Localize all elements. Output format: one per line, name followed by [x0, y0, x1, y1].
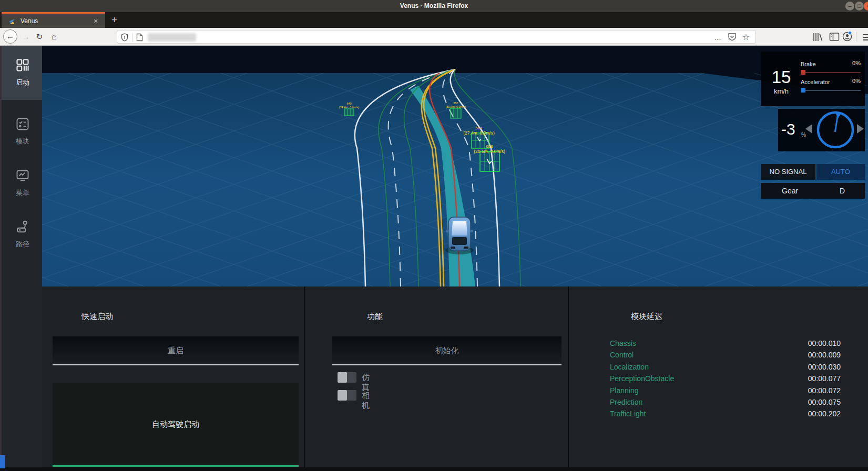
- urlbar-divider: [132, 33, 132, 42]
- svg-text:657: 657: [453, 101, 458, 105]
- module-name: PerceptionObstacle: [610, 374, 674, 383]
- module-name: TrafficLight: [610, 409, 646, 418]
- back-icon[interactable]: ←: [3, 29, 17, 44]
- hud-speed-panel: 15 km/h Brake 0% Accelerator 0%: [761, 52, 865, 106]
- camera-toggle-label: 相机: [362, 391, 370, 411]
- accelerator-label: Accelerator: [801, 79, 830, 85]
- svg-text:661: 661: [475, 126, 483, 130]
- maximize-button[interactable]: □: [855, 2, 864, 11]
- quick-start-panel: 快速启动 重启 自动驾驶启动: [42, 286, 304, 471]
- library-icon[interactable]: [812, 33, 823, 42]
- menu-hamburger-icon[interactable]: [861, 33, 868, 40]
- url-text-redacted: [148, 33, 196, 42]
- hud-signal-row: NO SIGNAL AUTO: [761, 164, 865, 180]
- tab-venus[interactable]: Venus ×: [2, 12, 105, 28]
- module-name: Chassis: [610, 339, 636, 347]
- monitor-chart-icon: [15, 168, 30, 183]
- sidebar-item-route[interactable]: 路径: [2, 208, 44, 262]
- toggle-knob: [338, 390, 347, 401]
- initialize-button[interactable]: 初始化: [332, 336, 561, 365]
- sidebar-item-label: 菜单: [2, 188, 44, 198]
- brake-percent: 0%: [852, 60, 861, 66]
- firefox-window: Venus - Mozilla Firefox – □ × Venus × + …: [0, 0, 868, 471]
- scene-viewport[interactable]: 640 (74.4m, 0.0m/s) 657 (30.9m, 0.0m/s) …: [42, 46, 868, 286]
- bottom-strip: [0, 467, 868, 471]
- url-bar[interactable]: … ☆: [117, 30, 756, 44]
- page-info-icon[interactable]: [136, 33, 143, 42]
- module-delay-panel: 模块延迟 Chassis 00:00.010 Control 00:00.009…: [569, 286, 868, 471]
- module-name: Localization: [610, 363, 649, 371]
- module-time: 00:00.010: [808, 339, 841, 347]
- simulation-toggle-label: 仿真: [362, 373, 370, 393]
- module-time: 00:00.030: [808, 363, 841, 371]
- auto-drive-start-button[interactable]: 自动驾驶启动: [53, 383, 299, 467]
- sidebar-item-label: 模块: [2, 137, 44, 146]
- home-icon[interactable]: ⌂: [48, 32, 60, 42]
- new-tab-button[interactable]: +: [111, 14, 117, 26]
- svg-text:640: 640: [346, 102, 351, 105]
- joystick-icon: [15, 220, 30, 234]
- shield-permissions-icon[interactable]: [121, 33, 128, 42]
- tab-bar: Venus × +: [0, 12, 868, 28]
- reload-icon[interactable]: ↻: [34, 32, 45, 42]
- module-time: 00:00.075: [808, 398, 841, 406]
- module-time: 00:00.202: [808, 409, 841, 418]
- account-icon[interactable]: [841, 32, 853, 44]
- steer-right-arrow-icon[interactable]: [857, 124, 864, 134]
- auto-mode-button[interactable]: AUTO: [816, 164, 865, 180]
- brake-slider: [801, 72, 861, 73]
- minimize-button[interactable]: –: [845, 2, 854, 11]
- gear-label: Gear: [782, 183, 798, 199]
- forward-icon[interactable]: →: [20, 32, 32, 42]
- speed-value: 15: [766, 67, 796, 87]
- checklist-icon: [15, 117, 30, 131]
- simulation-toggle[interactable]: [338, 372, 356, 383]
- steering-value: -3: [781, 120, 795, 138]
- svg-text:(20.5m, 0.0m/s): (20.5m, 0.0m/s): [474, 149, 505, 154]
- module-time: 00:00.072: [808, 386, 841, 395]
- module-name: Planning: [610, 386, 639, 395]
- accelerator-percent: 0%: [852, 78, 861, 84]
- titlebar: Venus - Mozilla Firefox – □ ×: [0, 0, 868, 12]
- scrollbar-fragment[interactable]: [0, 455, 5, 468]
- sidebar-item-menu[interactable]: 菜单: [2, 157, 44, 210]
- venus-favicon-icon: [8, 17, 16, 26]
- ego-vehicle: [445, 217, 474, 254]
- bottom-panels: 快速启动 重启 自动驾驶启动 功能 初始化 仿真 相机 模块延迟 Chassis…: [42, 286, 868, 471]
- speed-unit: km/h: [766, 87, 796, 95]
- quick-start-title: 快速启动: [81, 312, 113, 322]
- sidebar-item-modules[interactable]: 模块: [2, 105, 44, 159]
- sidebar-item-label: 路径: [2, 240, 44, 249]
- accelerator-slider-knob: [801, 88, 805, 93]
- nav-toolbar: ← → ↻ ⌂ … ☆: [0, 28, 868, 46]
- bookmark-star-icon[interactable]: ☆: [741, 32, 751, 43]
- steer-left-arrow-icon[interactable]: [805, 124, 812, 134]
- hud-gear-row: Gear D: [761, 183, 865, 199]
- window-title: Venus - Mozilla Firefox: [0, 2, 868, 9]
- sidebar-item-label: 启动: [2, 78, 44, 87]
- toggle-knob: [338, 372, 347, 383]
- hud-steering-panel: -3 %: [778, 109, 865, 151]
- page-actions-icon[interactable]: …: [712, 32, 723, 43]
- account-notification-dot: [848, 31, 852, 35]
- scene-canvas: 640 (74.4m, 0.0m/s) 657 (30.9m, 0.0m/s) …: [42, 46, 868, 286]
- pocket-icon[interactable]: [728, 33, 737, 42]
- module-time: 00:00.077: [808, 374, 841, 383]
- app-sidebar: 启动 模块 菜单: [0, 46, 42, 471]
- sidebars-icon[interactable]: [829, 33, 840, 41]
- no-signal-button[interactable]: NO SIGNAL: [761, 164, 815, 180]
- restart-button[interactable]: 重启: [53, 336, 299, 365]
- functions-title: 功能: [367, 312, 383, 322]
- camera-toggle[interactable]: [338, 390, 356, 401]
- svg-text:(74.4m, 0.0m/s): (74.4m, 0.0m/s): [339, 106, 360, 109]
- steering-wheel-icon: [815, 110, 855, 150]
- sidebar-item-start[interactable]: 启动: [2, 46, 44, 100]
- brake-slider-knob: [801, 70, 805, 75]
- svg-text:(27.4m, 0.0m/s): (27.4m, 0.0m/s): [463, 130, 495, 136]
- svg-text:658: 658: [486, 144, 493, 149]
- accelerator-slider: [801, 90, 861, 91]
- module-delay-title: 模块延迟: [631, 312, 662, 322]
- functions-panel: 功能 初始化 仿真 相机: [305, 286, 568, 471]
- svg-text:(30.9m, 0.0m/s): (30.9m, 0.0m/s): [446, 105, 466, 108]
- tab-close-icon[interactable]: ×: [94, 17, 98, 25]
